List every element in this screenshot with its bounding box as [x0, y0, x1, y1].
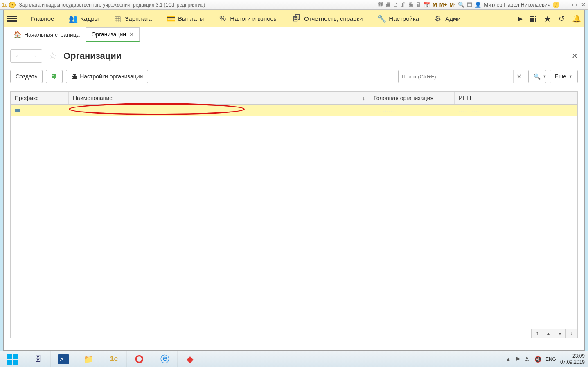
wallet-icon: 💳	[167, 14, 175, 23]
start-button[interactable]	[0, 351, 25, 367]
nav-reports[interactable]: 🗐Отчетность, справки	[285, 10, 370, 27]
list-toolbar: Создать 🗐 🖶Настройки организации ✕ 🔍 ▼ Е…	[10, 70, 578, 83]
favorite-star-icon[interactable]: ★	[544, 14, 551, 24]
taskbar-ruby[interactable]: ◆	[178, 351, 203, 367]
org-settings-button[interactable]: 🖶Настройки организации	[66, 70, 148, 83]
nav-overflow-icon[interactable]: ▶	[518, 15, 523, 22]
maximize-button[interactable]: ▭	[571, 2, 578, 8]
zoom-icon[interactable]: 🔍	[458, 2, 464, 8]
nav-settings-label: Настройка	[389, 15, 419, 22]
table-row[interactable]: ··· ·· ········· ···· ········ ·········…	[11, 105, 577, 116]
tab-close-icon[interactable]: ✕	[129, 31, 134, 38]
search-input[interactable]	[399, 70, 513, 83]
tray-time: 23:09	[560, 353, 585, 359]
taskbar-server-manager[interactable]: 🗄	[25, 351, 51, 367]
compare-icon[interactable]: ⇵	[401, 2, 406, 8]
col-prefix[interactable]: Префикс	[11, 92, 69, 104]
copy-button[interactable]: 🗐	[46, 70, 63, 83]
tray-language[interactable]: ENG	[545, 356, 556, 362]
scroll-up-button[interactable]: ▲	[543, 329, 554, 338]
user-icon: 👤	[475, 2, 481, 8]
tray-sound-icon[interactable]: 🔇	[534, 356, 541, 363]
tray-clock[interactable]: 23:09 07.09.2019	[560, 353, 585, 365]
table-icon: ▦	[113, 14, 122, 23]
page-close-icon[interactable]: ✕	[572, 51, 578, 60]
hamburger-menu-icon[interactable]	[7, 14, 17, 24]
tray-date: 07.09.2019	[560, 359, 585, 365]
taskbar-powershell[interactable]: >_	[51, 351, 76, 367]
taskbar-ie[interactable]: ⓔ	[152, 351, 178, 367]
sort-indicator-icon: ↓	[362, 95, 365, 101]
printer-icon: 🖶	[71, 73, 77, 80]
calendar-icon[interactable]: 📅	[424, 2, 430, 8]
col-prefix-label: Префикс	[15, 95, 38, 101]
calculator-icon[interactable]: 🖩	[416, 2, 421, 8]
create-button-label: Создать	[16, 73, 37, 80]
tray-network-icon[interactable]: 🖧	[525, 356, 530, 363]
tab-home[interactable]: 🏠 Начальная страница	[9, 27, 84, 42]
nav-taxes[interactable]: %Налоги и взносы	[211, 10, 285, 27]
tab-organizations[interactable]: Организации ✕	[86, 27, 140, 42]
nav-admin[interactable]: ⚙Адми	[426, 10, 468, 27]
col-inn[interactable]: ИНН	[455, 92, 577, 104]
scroll-down-button[interactable]: ▼	[554, 329, 566, 338]
titlebar-dropdown-icon[interactable]: ▾	[9, 2, 16, 8]
taskbar-1c[interactable]: 1c	[101, 351, 127, 367]
nav-hr[interactable]: 👥Кадры	[61, 10, 106, 27]
memory-mplus-button[interactable]: M+	[439, 2, 447, 8]
scroll-bottom-button[interactable]: ⤓	[566, 329, 577, 338]
nav-main[interactable]: Главное	[23, 10, 61, 27]
nav-admin-label: Адми	[445, 15, 460, 22]
history-icon[interactable]: ↺	[559, 14, 565, 23]
app-1c-icon: 1c	[110, 355, 118, 363]
nav-payments[interactable]: 💳Выплаты	[159, 10, 211, 27]
ie-icon: ⓔ	[160, 353, 169, 365]
tray-flag-icon[interactable]: ⚑	[515, 356, 520, 363]
clipboard-icon[interactable]: 🗔	[467, 2, 472, 8]
page-title: Организации	[63, 51, 122, 61]
memory-mminus-button[interactable]: M-	[449, 2, 455, 8]
chevron-down-icon: ▼	[543, 74, 547, 78]
more-label: Еще	[555, 73, 567, 80]
bell-icon[interactable]: 🔔	[572, 14, 581, 23]
taskbar-opera[interactable]: O	[127, 351, 152, 367]
calc-print-icon[interactable]: 🖶	[408, 2, 413, 8]
tab-organizations-label: Организации	[91, 31, 126, 38]
document-icon[interactable]: 🗋	[393, 2, 399, 8]
memory-m-button[interactable]: M	[433, 2, 437, 8]
col-name[interactable]: Наименование↓	[69, 92, 369, 104]
create-button[interactable]: Создать	[10, 70, 43, 83]
nav-settings[interactable]: 🔧Настройка	[370, 10, 426, 27]
organizations-table: Префикс Наименование↓ Головная организац…	[10, 91, 578, 338]
content-area: ← → ☆ Организации ✕ Создать 🗐 🖶Настройки…	[4, 43, 584, 350]
cell-inn: ··········· ···	[455, 105, 577, 116]
percent-icon: %	[219, 14, 227, 23]
info-icon[interactable]: i	[553, 2, 559, 8]
col-head-org[interactable]: Головная организация	[369, 92, 455, 104]
gear-icon: ⚙	[434, 14, 442, 23]
cell-prefix	[11, 105, 69, 116]
minimize-button[interactable]: —	[562, 2, 569, 8]
print-preview-icon[interactable]: 🗐	[378, 2, 383, 8]
nav-taxes-label: Налоги и взносы	[230, 15, 278, 22]
search-clear-icon[interactable]: ✕	[513, 70, 525, 83]
more-button[interactable]: Еще ▼	[550, 70, 578, 83]
close-window-button[interactable]: ✕	[580, 2, 586, 8]
back-button[interactable]: ←	[11, 50, 26, 62]
current-user[interactable]: Митяев Павел Николаевич	[484, 2, 550, 8]
taskbar-explorer[interactable]: 📁	[76, 351, 101, 367]
page-favorite-icon[interactable]: ☆	[49, 51, 57, 61]
org-row-icon	[15, 109, 20, 112]
print-icon[interactable]: 🖶	[385, 2, 391, 8]
apps-grid-icon[interactable]	[530, 16, 536, 22]
col-inn-label: ИНН	[459, 95, 471, 101]
advanced-search-button[interactable]: 🔍 ▼	[528, 70, 546, 83]
tray-chevron-icon[interactable]: ▲	[505, 356, 511, 363]
scroll-top-button[interactable]: ⤒	[532, 329, 543, 338]
tab-home-label: Начальная страница	[24, 31, 79, 38]
nav-salary[interactable]: ▦Зарплата	[106, 10, 159, 27]
page-nav-buttons: ← →	[10, 49, 42, 63]
window-title: Зарплата и кадры государственного учрежд…	[19, 2, 205, 8]
forward-button[interactable]: →	[26, 50, 42, 62]
nav-main-label: Главное	[31, 15, 54, 22]
